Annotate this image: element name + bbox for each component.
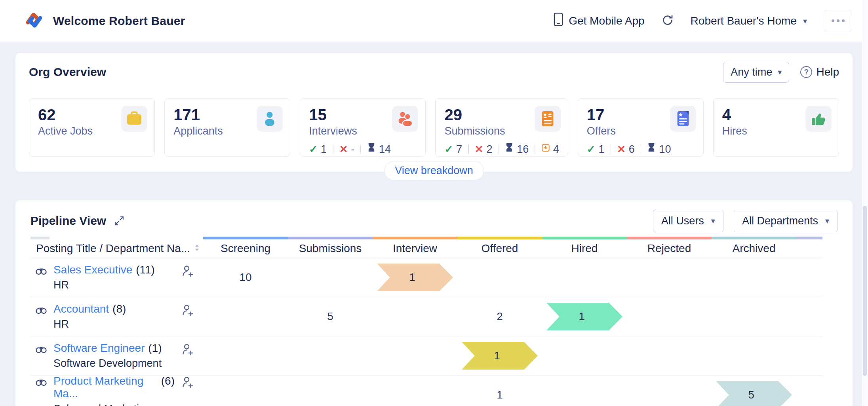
pipeline-table-body: Sales Executive(11)HR101Accountant(8)HR5…: [30, 258, 822, 406]
substat-value: 1: [599, 143, 605, 156]
stat-card[interactable]: 62Active Jobs: [29, 98, 155, 157]
chevron-down-icon: ▾: [711, 217, 715, 225]
posting-title-link[interactable]: Accountant: [53, 303, 109, 315]
stage-column-header[interactable]: Rejected: [627, 239, 712, 258]
substat-value: 14: [379, 143, 391, 156]
stage-column-header[interactable]: Screening: [203, 239, 288, 258]
binoculars-icon[interactable]: [35, 377, 47, 389]
stat-card[interactable]: 29Submissions✓7✕2164: [435, 98, 568, 157]
stage-color-strip: [30, 237, 822, 239]
brand: Welcome Robert Bauer: [24, 10, 185, 32]
posting-title-column-header[interactable]: Posting Title / Department Na...: [30, 239, 203, 258]
stage-count: 1: [497, 389, 503, 401]
stat-substats: ✓1✕-14: [309, 143, 417, 156]
pipeline-table: Posting Title / Department Na...Screenin…: [30, 237, 822, 406]
tray-icon: [541, 143, 550, 156]
scrollbar[interactable]: [862, 0, 868, 406]
stage-cell: [712, 336, 796, 375]
stage-column-filler: [796, 239, 822, 258]
help-button[interactable]: ? Help: [800, 66, 839, 78]
stage-cell: [627, 376, 712, 406]
view-breakdown-button[interactable]: View breakdown: [384, 161, 484, 180]
time-filter-dropdown[interactable]: Any time ▾: [723, 62, 789, 83]
applicant-count: (8): [112, 303, 126, 315]
substat-value: 2: [487, 143, 493, 156]
stage-strip-tail: [796, 237, 822, 239]
stage-column-header[interactable]: Archived: [712, 239, 796, 258]
table-row: Accountant(8)HR521: [30, 297, 822, 336]
pipeline-filters: All Users ▾ All Departments ▾: [653, 210, 838, 232]
add-candidate-icon[interactable]: [181, 304, 194, 319]
scrollbar-thumb[interactable]: [863, 206, 867, 376]
substat: 10: [647, 143, 671, 156]
cross-icon: ✕: [339, 143, 348, 156]
stage-cell: 5: [712, 376, 796, 406]
stage-column-header[interactable]: Interview: [373, 239, 457, 258]
substat: 14: [367, 143, 391, 156]
offer-document-icon: [670, 106, 696, 132]
stat-card[interactable]: 17Offers✓1✕610: [578, 98, 704, 157]
stat-card[interactable]: 4Hires: [713, 98, 839, 157]
sort-icon[interactable]: [194, 242, 200, 255]
stage-strip-segment: [457, 237, 542, 239]
all-departments-dropdown[interactable]: All Departments ▾: [734, 210, 838, 232]
binoculars-icon[interactable]: [35, 305, 47, 317]
stage-cell: [712, 297, 796, 336]
get-mobile-app-button[interactable]: Get Mobile App: [554, 12, 644, 29]
stat-substats: ✓7✕2164: [444, 143, 559, 156]
posting-title-link[interactable]: Product Marketing Ma...: [53, 375, 158, 400]
stage-cell: [627, 258, 712, 297]
posting-title-link[interactable]: Sales Executive: [53, 264, 132, 276]
applicant-count: (11): [136, 264, 155, 276]
add-candidate-icon[interactable]: [181, 264, 194, 279]
stage-cell: [288, 336, 373, 375]
substat-divider: [360, 144, 361, 154]
posting-title-cell: Software Engineer(1)Software Development: [30, 336, 203, 375]
home-selector[interactable]: Robert Bauer's Home ▾: [691, 15, 807, 27]
thumbs-up-icon: [805, 106, 832, 132]
stage-cell: 1: [542, 297, 627, 336]
stat-card[interactable]: 15Interviews✓1✕-14: [300, 98, 426, 157]
ellipsis-icon: [832, 19, 845, 22]
posting-title-link[interactable]: Software Engineer: [53, 342, 145, 355]
stage-column-header[interactable]: Submissions: [288, 239, 373, 258]
add-candidate-icon[interactable]: [181, 376, 194, 391]
stage-cell: 1: [457, 376, 542, 406]
substat-divider: [611, 144, 611, 154]
binoculars-icon[interactable]: [35, 344, 47, 356]
org-overview-section: Org Overview Any time ▾ ? Help 62Active …: [15, 53, 853, 172]
stage-count: 10: [239, 271, 251, 284]
table-row: Software Engineer(1)Software Development…: [30, 336, 822, 376]
substat: ✓1: [309, 143, 327, 156]
stage-column-header[interactable]: Offered: [457, 239, 542, 258]
stage-cell: [457, 258, 542, 297]
binoculars-icon[interactable]: [35, 266, 47, 277]
pipeline-view-title: Pipeline View: [30, 214, 106, 228]
expand-icon[interactable]: [113, 215, 125, 227]
home-selector-label: Robert Bauer's Home: [691, 15, 797, 27]
job-info: Product Marketing Ma...(6)Sales and Mark…: [53, 375, 175, 406]
stage-arrow[interactable]: 5: [716, 381, 792, 406]
stage-arrow[interactable]: 1: [377, 264, 453, 291]
add-candidate-icon[interactable]: [181, 343, 194, 358]
stage-column-header[interactable]: Hired: [542, 239, 627, 258]
department-name: Software Development: [53, 357, 162, 370]
stage-arrow[interactable]: 1: [546, 303, 622, 330]
stage-strip-segment: [542, 237, 627, 239]
stage-cell: [373, 376, 457, 406]
substat-value: 4: [553, 143, 559, 156]
substat-value: 1: [321, 143, 327, 156]
refresh-icon[interactable]: [661, 14, 674, 28]
pipeline-table-header: Posting Title / Department Na...Screenin…: [30, 239, 822, 258]
stage-cell-filler: [796, 297, 822, 336]
more-options-button[interactable]: [824, 10, 852, 32]
stage-arrow[interactable]: 1: [462, 342, 538, 370]
help-label: Help: [816, 66, 839, 78]
all-users-dropdown[interactable]: All Users ▾: [653, 210, 723, 232]
stage-cell: [373, 297, 457, 336]
org-overview-title: Org Overview: [29, 65, 106, 79]
substat-value: 16: [517, 143, 529, 156]
stat-card[interactable]: 171Applicants: [164, 98, 290, 157]
check-icon: ✓: [309, 143, 318, 156]
substat-value: 6: [629, 143, 635, 156]
